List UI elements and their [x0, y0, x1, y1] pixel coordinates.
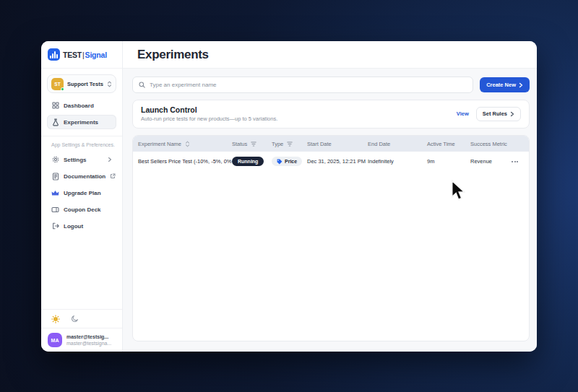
- price-tag-icon: [277, 159, 282, 165]
- cell-status: Running: [232, 157, 272, 166]
- sidebar-section-label: App Settings & Preferences.: [41, 142, 122, 147]
- main-area: Experiments Create New: [123, 41, 537, 352]
- external-link-icon: [110, 173, 116, 179]
- dashboard-grid-icon: [51, 102, 59, 110]
- sidebar-item-logout[interactable]: Logout: [47, 219, 116, 233]
- sidebar-item-label: Settings: [64, 157, 87, 163]
- sidebar-item-label: Logout: [64, 223, 83, 230]
- table-row[interactable]: Best Sellers Price Test (-10%, -5%, 0%, …: [133, 152, 529, 171]
- dark-mode-moon-icon[interactable]: [71, 315, 79, 323]
- ticket-icon: [51, 206, 59, 214]
- sidebar: TEST|Signal ST Support Testsig... Dashbo…: [41, 41, 123, 352]
- launch-control-title: Launch Control: [141, 105, 277, 114]
- sidebar-item-label: Coupon Deck: [64, 206, 101, 213]
- launch-control-actions: View Set Rules: [457, 107, 521, 121]
- set-rules-label: Set Rules: [483, 110, 507, 117]
- toolbar: Create New: [132, 77, 530, 93]
- sidebar-item-documentation[interactable]: Documentation: [47, 169, 116, 183]
- row-menu-ellipsis-icon[interactable]: [510, 158, 529, 165]
- sidebar-item-label: Experiments: [64, 119, 98, 126]
- launch-control-card: Launch Control Auto-run price tests for …: [132, 100, 530, 129]
- type-badge: Price: [272, 157, 302, 166]
- gear-icon: [51, 156, 59, 164]
- column-header-type[interactable]: Type: [272, 141, 307, 147]
- chevron-right-icon: [519, 82, 523, 88]
- column-header-active-time: Active Time: [427, 141, 470, 147]
- sidebar-item-dashboard[interactable]: Dashboard: [47, 98, 116, 113]
- desktop-background: TEST|Signal ST Support Testsig... Dashbo…: [0, 0, 578, 392]
- search-icon: [139, 82, 145, 88]
- launch-control-subtitle: Auto-run price tests for new products—up…: [141, 116, 277, 122]
- secondary-nav: Settings Documentation: [41, 152, 122, 235]
- cell-actions: [510, 158, 529, 165]
- column-header-experiment-name[interactable]: Experiment Name: [138, 141, 232, 147]
- cell-type: Price: [272, 157, 307, 166]
- set-rules-button[interactable]: Set Rules: [476, 107, 521, 121]
- cell-experiment-name: Best Sellers Price Test (-10%, -5%, 0%,: [138, 158, 232, 165]
- chevron-up-down-icon: [107, 81, 112, 87]
- cell-start-date: Dec 31, 2025, 12:21 PM: [307, 158, 368, 165]
- column-header-status[interactable]: Status: [232, 141, 272, 147]
- column-header-success-metric: Success Metric: [470, 141, 510, 147]
- logout-icon: [51, 222, 59, 230]
- page-content: Create New Launch Control Auto-run price…: [123, 69, 537, 352]
- status-badge: Running: [232, 157, 264, 166]
- sidebar-item-label: Documentation: [64, 173, 105, 180]
- app-window: TEST|Signal ST Support Testsig... Dashbo…: [41, 41, 537, 352]
- document-icon: [51, 173, 59, 180]
- view-link[interactable]: View: [457, 110, 469, 117]
- user-info: master@testsig... master@testsigna...: [66, 334, 111, 347]
- user-email-primary: master@testsig...: [66, 334, 111, 340]
- cell-active-time: 9m: [427, 158, 470, 165]
- sort-icon[interactable]: [185, 141, 190, 147]
- sidebar-divider: [41, 136, 122, 136]
- filter-icon[interactable]: [287, 141, 293, 147]
- create-new-label: Create New: [486, 82, 516, 88]
- sidebar-spacer: [41, 235, 122, 309]
- workspace-avatar: ST: [51, 78, 64, 90]
- workspace-name: Support Testsig...: [67, 81, 103, 87]
- filter-icon[interactable]: [251, 141, 256, 147]
- experiments-table: Experiment Name Status Typ: [132, 135, 530, 341]
- sidebar-item-label: Upgrade Plan: [64, 190, 101, 196]
- page-header: Experiments: [123, 41, 537, 69]
- sidebar-item-label: Dashboard: [64, 103, 94, 109]
- cell-success-metric: Revenue: [470, 158, 510, 165]
- chevron-right-icon: [510, 111, 514, 117]
- primary-nav: Dashboard Experiments: [41, 98, 122, 131]
- sidebar-item-upgrade-plan[interactable]: Upgrade Plan: [47, 186, 116, 200]
- column-header-start-date: Start Date: [307, 141, 368, 147]
- experiment-search: [132, 77, 473, 93]
- user-profile[interactable]: MA master@testsig... master@testsigna...: [41, 328, 122, 352]
- testsignal-logo-icon: [48, 48, 60, 61]
- sidebar-item-experiments[interactable]: Experiments: [47, 115, 116, 129]
- crown-icon: [51, 189, 59, 197]
- search-input[interactable]: [150, 82, 467, 88]
- chevron-right-icon: [108, 157, 112, 162]
- user-avatar: MA: [48, 333, 62, 347]
- table-header-row: Experiment Name Status Typ: [133, 136, 529, 152]
- experiments-flask-icon: [51, 118, 59, 126]
- cell-end-date: Indefinitely: [368, 158, 427, 165]
- app-logo: TEST|Signal: [41, 41, 122, 69]
- workspace-selector[interactable]: ST Support Testsig...: [47, 74, 116, 93]
- page-title: Experiments: [137, 48, 209, 62]
- app-logo-text: TEST|Signal: [63, 51, 107, 59]
- user-email-secondary: master@testsigna...: [66, 340, 111, 347]
- create-new-button[interactable]: Create New: [480, 77, 530, 92]
- sidebar-item-coupon-deck[interactable]: Coupon Deck: [47, 202, 116, 217]
- light-mode-sun-icon[interactable]: [51, 315, 60, 323]
- theme-toggle: [41, 309, 122, 328]
- sidebar-item-settings[interactable]: Settings: [47, 152, 116, 167]
- online-status-dot: [61, 87, 64, 91]
- column-header-end-date: End Date: [368, 141, 427, 147]
- launch-control-text: Launch Control Auto-run price tests for …: [141, 105, 277, 122]
